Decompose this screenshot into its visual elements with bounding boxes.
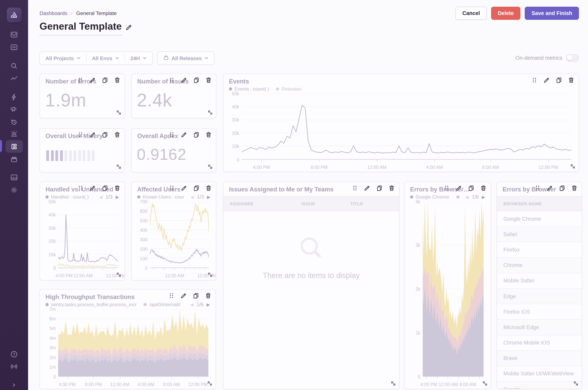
resize-handle[interactable] bbox=[573, 381, 579, 387]
sidebar-item-traces[interactable] bbox=[5, 72, 23, 85]
delete-widget-button[interactable] bbox=[206, 132, 212, 138]
edit-widget-button[interactable] bbox=[90, 132, 96, 138]
drag-handle-icon[interactable] bbox=[535, 185, 541, 191]
edit-widget-button[interactable] bbox=[364, 185, 370, 191]
legend-prev-icon[interactable]: ◀ bbox=[190, 302, 193, 307]
sidebar-item-discover[interactable] bbox=[5, 153, 23, 165]
legend-next-icon[interactable]: ▶ bbox=[482, 195, 485, 199]
sidebar-item-help[interactable]: ? bbox=[5, 348, 23, 360]
delete-widget-button[interactable] bbox=[480, 185, 486, 191]
edit-widget-button[interactable] bbox=[181, 293, 187, 299]
releases-filter-dropdown[interactable]: All Releases bbox=[158, 52, 214, 64]
cancel-button[interactable]: Cancel bbox=[456, 7, 487, 20]
widget-events[interactable]: Events Events : count( ) Releases 010k20… bbox=[223, 74, 579, 172]
duplicate-widget-button[interactable] bbox=[102, 132, 108, 138]
duplicate-widget-button[interactable] bbox=[468, 185, 474, 191]
edit-widget-button[interactable] bbox=[181, 132, 187, 138]
sidebar-item-replays[interactable] bbox=[5, 115, 23, 128]
duplicate-widget-button[interactable] bbox=[559, 185, 565, 191]
edit-widget-button[interactable] bbox=[544, 77, 550, 83]
sidebar-item-projects[interactable] bbox=[5, 41, 23, 53]
widget-overall-user-misery[interactable]: Overall User Misery bbox=[40, 128, 125, 172]
page-title[interactable]: General Template bbox=[40, 21, 122, 36]
widget-errors-by-browser-table[interactable]: Errors by Browser BROWSER.NAME Google Ch… bbox=[497, 182, 582, 389]
drag-handle-icon[interactable] bbox=[78, 132, 84, 138]
edit-widget-button[interactable] bbox=[547, 185, 553, 191]
resize-handle[interactable] bbox=[116, 164, 122, 170]
drag-handle-icon[interactable] bbox=[78, 77, 84, 83]
resize-handle[interactable] bbox=[207, 272, 213, 278]
duplicate-widget-button[interactable] bbox=[193, 132, 199, 138]
legend-next-icon[interactable]: ▶ bbox=[207, 195, 210, 199]
environments-filter-dropdown[interactable]: All Envs bbox=[87, 52, 125, 64]
drag-handle-icon[interactable] bbox=[169, 293, 174, 299]
duplicate-widget-button[interactable] bbox=[102, 185, 108, 191]
widget-number-of-errors[interactable]: Number of Errors 1.9m bbox=[40, 74, 125, 118]
save-and-finish-button[interactable]: Save and Finish bbox=[525, 7, 579, 20]
duplicate-widget-button[interactable] bbox=[193, 185, 199, 191]
delete-button[interactable]: Delete bbox=[491, 7, 520, 20]
drag-handle-icon[interactable] bbox=[169, 185, 175, 191]
duplicate-widget-button[interactable] bbox=[193, 293, 199, 299]
legend-next-icon[interactable]: ▶ bbox=[116, 195, 119, 199]
duplicate-widget-button[interactable] bbox=[193, 77, 199, 83]
sidebar-item-quickstart[interactable] bbox=[5, 91, 23, 103]
widget-overall-apdex[interactable]: Overall Apdex 0.9162 bbox=[131, 128, 216, 172]
duplicate-widget-button[interactable] bbox=[102, 77, 108, 83]
delete-widget-button[interactable] bbox=[571, 185, 577, 191]
delete-widget-button[interactable] bbox=[568, 77, 574, 83]
widget-errors-by-browser-overview[interactable]: Errors by Browser Overview Google Chrome… bbox=[404, 182, 491, 389]
widget-high-throughput[interactable]: High Throughput Transactions sentry.task… bbox=[40, 289, 216, 389]
edit-widget-button[interactable] bbox=[90, 77, 96, 83]
delete-widget-button[interactable] bbox=[114, 132, 120, 138]
resize-handle[interactable] bbox=[207, 110, 213, 115]
widget-issues-assigned[interactable]: Issues Assigned to Me or My Teams ASSIGN… bbox=[223, 182, 399, 389]
delete-widget-button[interactable] bbox=[206, 77, 212, 83]
resize-handle[interactable] bbox=[207, 164, 213, 170]
duplicate-widget-button[interactable] bbox=[556, 77, 562, 83]
duplicate-widget-button[interactable] bbox=[376, 185, 382, 191]
breadcrumb-dashboards-link[interactable]: Dashboards bbox=[40, 10, 67, 16]
drag-handle-icon[interactable] bbox=[169, 132, 175, 138]
drag-handle-icon[interactable] bbox=[78, 185, 84, 191]
legend-prev-icon[interactable]: ◀ bbox=[190, 195, 194, 199]
widget-affected-users[interactable]: Affected Users Known Users : cour ◀1/3▶ … bbox=[131, 182, 216, 280]
delete-widget-button[interactable] bbox=[205, 293, 211, 299]
edit-widget-button[interactable] bbox=[181, 185, 187, 191]
sidebar-item-stats[interactable] bbox=[5, 171, 23, 184]
drag-handle-icon[interactable] bbox=[169, 77, 175, 83]
delete-widget-button[interactable] bbox=[114, 185, 120, 191]
ondemand-metrics-toggle[interactable] bbox=[566, 54, 579, 62]
sidebar-item-feedback[interactable] bbox=[5, 102, 23, 115]
sidebar-item-broadcast[interactable] bbox=[5, 360, 23, 373]
sentry-logo[interactable] bbox=[6, 7, 22, 23]
legend-prev-icon[interactable]: ◀ bbox=[99, 195, 102, 199]
sidebar-item-issues[interactable] bbox=[5, 28, 23, 41]
resize-handle[interactable] bbox=[390, 381, 396, 387]
edit-widget-button[interactable] bbox=[90, 185, 96, 191]
drag-handle-icon[interactable] bbox=[444, 185, 450, 191]
resize-handle[interactable] bbox=[482, 381, 488, 387]
projects-filter-dropdown[interactable]: All Projects bbox=[40, 52, 86, 64]
delete-widget-button[interactable] bbox=[206, 185, 212, 191]
date-range-dropdown[interactable]: 24H bbox=[125, 52, 152, 64]
delete-widget-button[interactable] bbox=[389, 185, 395, 191]
resize-handle[interactable] bbox=[207, 381, 213, 387]
legend-prev-icon[interactable]: ◀ bbox=[465, 195, 469, 199]
drag-handle-icon[interactable] bbox=[532, 77, 537, 83]
sidebar-item-settings[interactable] bbox=[5, 184, 23, 196]
drag-handle-icon[interactable] bbox=[352, 185, 358, 191]
resize-handle[interactable] bbox=[116, 272, 122, 278]
edit-widget-button[interactable] bbox=[456, 185, 462, 191]
delete-widget-button[interactable] bbox=[114, 77, 120, 83]
resize-handle[interactable] bbox=[570, 163, 576, 169]
legend-next-icon[interactable]: ▶ bbox=[207, 302, 210, 307]
widget-handled-vs-unhandled[interactable]: Handled vs. Unhandled Handled : count( )… bbox=[40, 182, 125, 280]
sidebar-item-dashboards[interactable] bbox=[5, 140, 23, 153]
sidebar-item-alerts[interactable] bbox=[5, 127, 23, 140]
sidebar-collapse[interactable] bbox=[5, 379, 23, 390]
resize-handle[interactable] bbox=[116, 110, 122, 115]
widget-number-of-issues[interactable]: Number of Issues 2.4k bbox=[131, 74, 216, 118]
edit-title-icon[interactable] bbox=[126, 24, 132, 32]
sidebar-item-explore[interactable] bbox=[5, 59, 23, 72]
